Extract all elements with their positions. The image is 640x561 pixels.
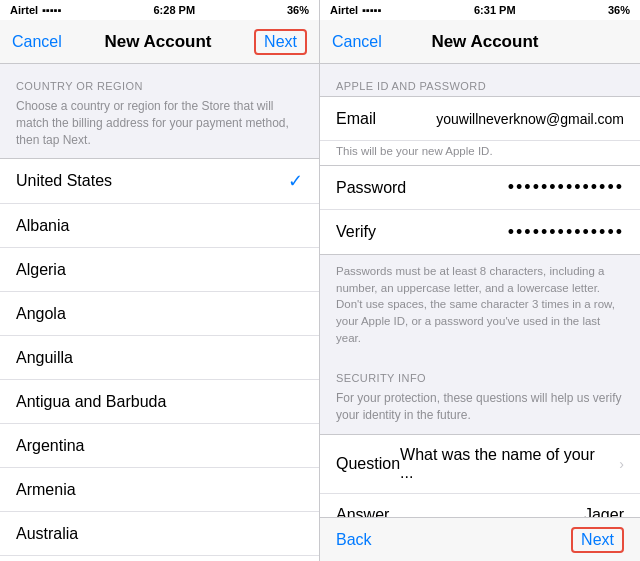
security-section-desc: For your protection, these questions wil…: [320, 388, 640, 434]
email-row[interactable]: Email youwillneverknow@gmail.com: [320, 97, 640, 141]
security-row-0[interactable]: Question What was the name of your ... ›: [320, 435, 640, 494]
email-hint: This will be your new Apple ID.: [320, 141, 640, 166]
country-section-header: COUNTRY OR REGION: [0, 64, 319, 96]
apple-id-table: Email youwillneverknow@gmail.com This wi…: [320, 96, 640, 255]
form-scroll[interactable]: APPLE ID AND PASSWORD Email youwillnever…: [320, 64, 640, 517]
battery-left: 36%: [287, 4, 309, 16]
password-label: Password: [336, 179, 508, 197]
status-bar-left: Airtel ▪▪▪▪▪ 6:28 PM 36%: [0, 0, 319, 20]
cancel-button-left[interactable]: Cancel: [12, 33, 62, 51]
next-button-left[interactable]: Next: [254, 29, 307, 55]
signal-right: ▪▪▪▪▪: [362, 4, 382, 16]
security-value-0: What was the name of your ... ›: [400, 446, 624, 482]
battery-right: 36%: [608, 4, 630, 16]
security-section-header: SECURITY INFO: [320, 356, 640, 388]
next-button-right[interactable]: Next: [571, 527, 624, 553]
country-name-us: United States: [16, 172, 288, 190]
left-panel: Airtel ▪▪▪▪▪ 6:28 PM 36% Cancel New Acco…: [0, 0, 320, 561]
status-bar-right: Airtel ▪▪▪▪▪ 6:31 PM 36%: [320, 0, 640, 20]
country-section-desc: Choose a country or region for the Store…: [0, 96, 319, 158]
country-name-2: Angola: [16, 305, 303, 323]
time-right: 6:31 PM: [474, 4, 516, 16]
verify-row[interactable]: Verify ••••••••••••••: [320, 210, 640, 254]
country-name-5: Argentina: [16, 437, 303, 455]
security-label-1: Answer: [336, 506, 584, 517]
email-label: Email: [336, 110, 436, 128]
country-row-7[interactable]: Australia: [0, 512, 319, 556]
nav-bar-right: Cancel New Account: [320, 20, 640, 64]
country-scroll[interactable]: COUNTRY OR REGION Choose a country or re…: [0, 64, 319, 561]
status-left-right: Airtel ▪▪▪▪▪: [330, 4, 382, 16]
bottom-bar-right: Back Next: [320, 517, 640, 561]
carrier-right: Airtel: [330, 4, 358, 16]
country-row-5[interactable]: Argentina: [0, 424, 319, 468]
status-left: Airtel ▪▪▪▪▪: [10, 4, 62, 16]
cancel-button-right[interactable]: Cancel: [332, 33, 382, 51]
nav-bar-left: Cancel New Account Next: [0, 20, 319, 64]
email-value: youwillneverknow@gmail.com: [436, 111, 624, 127]
apple-id-section-header: APPLE ID AND PASSWORD: [320, 64, 640, 96]
country-row-us[interactable]: United States ✓: [0, 159, 319, 204]
signal-left: ▪▪▪▪▪: [42, 4, 62, 16]
country-list: United States ✓ Albania Algeria Angola A…: [0, 158, 319, 561]
verify-label: Verify: [336, 223, 508, 241]
country-name-1: Algeria: [16, 261, 303, 279]
security-table: Question What was the name of your ... ›…: [320, 434, 640, 517]
nav-title-left: New Account: [104, 32, 211, 52]
country-name-7: Australia: [16, 525, 303, 543]
password-row[interactable]: Password ••••••••••••••: [320, 166, 640, 210]
country-name-0: Albania: [16, 217, 303, 235]
country-name-3: Anguilla: [16, 349, 303, 367]
checkmark-us: ✓: [288, 170, 303, 192]
country-row-2[interactable]: Angola: [0, 292, 319, 336]
country-row-3[interactable]: Anguilla: [0, 336, 319, 380]
country-row-8[interactable]: Azerbaijan: [0, 556, 319, 561]
security-value-1: Jager: [584, 506, 624, 517]
country-row-4[interactable]: Antigua and Barbuda: [0, 380, 319, 424]
status-right-right: 36%: [608, 4, 630, 16]
back-button-right[interactable]: Back: [336, 531, 372, 549]
nav-title-right: New Account: [431, 32, 538, 52]
country-row-1[interactable]: Algeria: [0, 248, 319, 292]
carrier-left: Airtel: [10, 4, 38, 16]
security-row-1[interactable]: Answer Jager: [320, 494, 640, 517]
password-value: ••••••••••••••: [508, 177, 624, 198]
password-hint: Passwords must be at least 8 characters,…: [320, 257, 640, 356]
verify-value: ••••••••••••••: [508, 222, 624, 243]
security-label-0: Question: [336, 455, 400, 473]
country-name-6: Armenia: [16, 481, 303, 499]
country-name-4: Antigua and Barbuda: [16, 393, 303, 411]
time-left: 6:28 PM: [154, 4, 196, 16]
right-panel: Airtel ▪▪▪▪▪ 6:31 PM 36% Cancel New Acco…: [320, 0, 640, 561]
chevron-icon-0: ›: [619, 456, 624, 472]
country-row-0[interactable]: Albania: [0, 204, 319, 248]
status-right-left: 36%: [287, 4, 309, 16]
country-row-6[interactable]: Armenia: [0, 468, 319, 512]
